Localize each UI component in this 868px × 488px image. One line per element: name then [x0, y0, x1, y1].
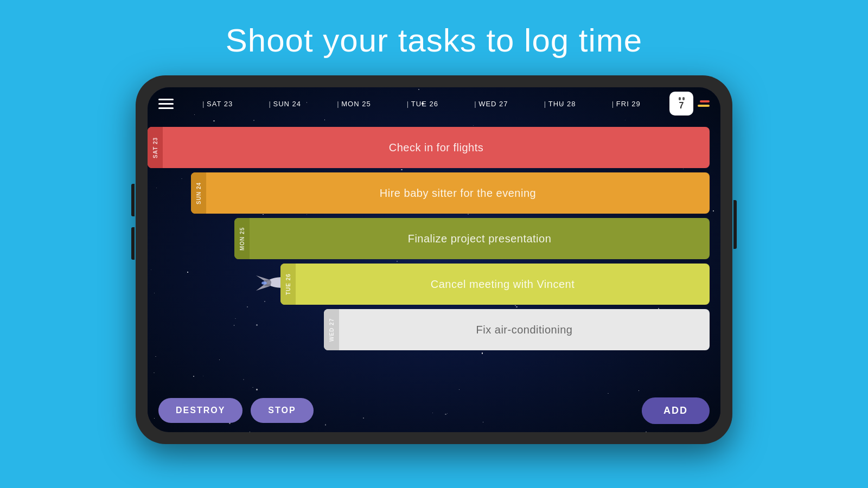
day-label-wed-27: WED 27 — [474, 100, 508, 108]
task-item-2[interactable]: SUN 24Hire baby sitter for the evening — [191, 172, 710, 214]
phone-button-volume-down — [131, 227, 135, 260]
task-body-5: Fix air-conditioning — [339, 309, 710, 350]
bottom-action-bar: DESTROY STOP ADD — [148, 389, 720, 432]
task-item-4[interactable]: TUE 26Cancel meeting with Vincent — [280, 264, 710, 305]
calendar-pin-left — [679, 97, 681, 100]
task-item-5[interactable]: WED 27Fix air-conditioning — [324, 309, 710, 350]
filter-line-yellow — [698, 105, 710, 107]
task-item-1[interactable]: SAT 23Check in for flights — [148, 127, 710, 168]
day-label-thu-28: THU 28 — [544, 100, 576, 108]
day-label-fri-29: FRI 29 — [612, 100, 641, 108]
top-navigation: SAT 23SUN 24MON 25TUE 26WED 27THU 28FRI … — [148, 87, 720, 120]
calendar-icon-top — [679, 97, 685, 100]
stop-button[interactable]: STOP — [251, 398, 313, 423]
hamburger-line-1 — [158, 99, 174, 100]
phone-button-power — [733, 200, 737, 249]
task-day-tab-3: MON 25 — [234, 218, 250, 259]
task-day-tab-2: SUN 24 — [191, 172, 206, 214]
day-label-sun-24: SUN 24 — [269, 100, 301, 108]
top-nav-right: 7 — [669, 92, 710, 115]
task-body-1: Check in for flights — [163, 127, 710, 168]
phone-wrapper: SAT 23SUN 24MON 25TUE 26WED 27THU 28FRI … — [136, 75, 732, 444]
hamburger-line-2 — [158, 103, 174, 105]
task-item-3[interactable]: MON 25Finalize project presentation — [234, 218, 710, 259]
day-labels-strip: SAT 23SUN 24MON 25TUE 26WED 27THU 28FRI … — [174, 100, 669, 108]
destroy-button[interactable]: DESTROY — [158, 398, 242, 423]
task-body-3: Finalize project presentation — [250, 218, 710, 259]
calendar-icon[interactable]: 7 — [669, 92, 693, 115]
task-body-2: Hire baby sitter for the evening — [206, 172, 710, 214]
filter-icon[interactable] — [698, 100, 710, 107]
hamburger-line-3 — [158, 107, 174, 109]
calendar-pin-right — [682, 97, 685, 100]
task-day-tab-4: TUE 26 — [280, 264, 296, 305]
calendar-day-number: 7 — [679, 101, 684, 110]
day-label-sat-23: SAT 23 — [202, 100, 233, 108]
phone-screen: SAT 23SUN 24MON 25TUE 26WED 27THU 28FRI … — [148, 87, 720, 432]
filter-line-red — [700, 100, 710, 102]
phone-button-volume-up — [131, 184, 135, 216]
add-button[interactable]: ADD — [642, 397, 710, 424]
task-body-4: Cancel meeting with Vincent — [296, 264, 710, 305]
task-day-tab-5: WED 27 — [324, 309, 339, 350]
task-day-tab-1: SAT 23 — [148, 127, 163, 168]
hamburger-menu-button[interactable] — [158, 99, 174, 109]
day-label-mon-25: MON 25 — [337, 100, 371, 108]
task-list: SAT 23Check in for flightsSUN 24Hire bab… — [148, 123, 720, 389]
day-label-tue-26: TUE 26 — [407, 100, 438, 108]
page-headline: Shoot your tasks to log time — [226, 22, 642, 59]
